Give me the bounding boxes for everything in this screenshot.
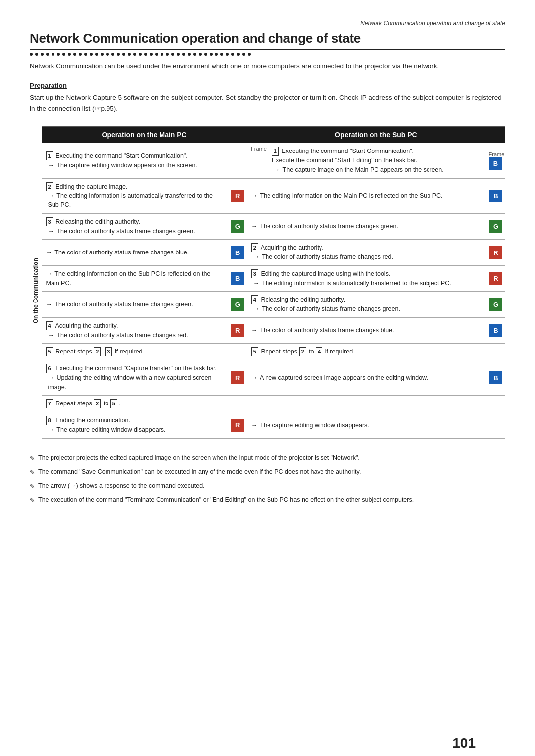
dot [215,53,218,56]
main-step-3: 3 Releasing the editing authority. → The… [42,214,229,240]
badge-r: R [231,371,244,384]
table-row: → The color of authority status frame ch… [30,240,505,266]
dot [95,53,98,56]
table-row: → The editing information on the Sub PC … [30,265,505,292]
main-step-9: 6 Executing the command "Capture transfe… [42,360,229,395]
note-4: ✎ The execution of the command "Terminat… [30,495,505,505]
dot [41,53,44,56]
sub-step-2: → The editing information on the Main PC… [247,188,487,204]
badge-g: G [489,298,502,311]
dot [166,53,169,56]
main-step-5: → The editing information on the Sub PC … [42,266,229,292]
table-row: 5 Repeat steps 2, 3 if required. 5 Repea… [30,344,505,360]
table-row: 4 Acquiring the authority. → The color o… [30,317,505,344]
note-icon-2: ✎ [30,468,35,478]
page-title: Network Communication operation and chan… [30,31,505,50]
dots-decoration [30,53,505,56]
dot [199,53,202,56]
dot [160,53,163,56]
sub-step-9: → A new captured screen image appears on… [247,370,487,386]
badge-r: R [231,190,244,202]
badge-g: G [231,298,244,311]
sub-step-4: 2 Acquiring the authority. → The color o… [247,240,487,265]
dot [101,53,104,56]
main-step-10: 7 Repeat steps 2 to 5. [42,396,247,412]
dot [84,53,87,56]
note-2: ✎ The command "Save Communication" can b… [30,467,505,478]
preparation-heading: Preparation [30,82,505,89]
dot [193,53,196,56]
dot [220,53,223,56]
sub-step-8: 5 Repeat steps 2 to 4 if required. [247,344,505,360]
badge-b: B [489,190,502,202]
dot [52,53,54,56]
badge-b: B [489,324,502,337]
note-3: ✎ The arrow (→) shows a response to the … [30,481,505,492]
main-step-11: 8 Ending the communication. → The captur… [42,412,229,438]
dot [155,53,158,56]
badge-r: R [489,246,502,259]
note-icon-4: ✎ [30,496,35,505]
table-row: 8 Ending the communication. → The captur… [30,412,505,439]
sub-step-11: → The capture editing window disappears. [247,412,505,439]
dot [204,53,207,56]
dot [117,53,120,56]
dot [90,53,93,56]
dot [35,53,38,56]
main-step-1: 1 Executing the command "Start Communica… [42,143,247,178]
dot [182,53,185,56]
dot [237,53,240,56]
dot [62,53,65,56]
dot [128,53,131,56]
dot [79,53,82,56]
table-row: On the Communication 1 Executing the com… [30,143,505,178]
dot [226,53,229,56]
badge-r: R [231,419,244,432]
badge-b: B [231,272,244,285]
dot [171,53,174,56]
table-row: 7 Repeat steps 2 to 5. [30,396,505,412]
sub-step-1: 1 Executing the command "Start Communica… [268,143,486,178]
note-1: ✎ The projector projects the edited capt… [30,454,505,464]
note-icon-1: ✎ [30,454,35,464]
badge-g: G [489,220,502,233]
col-header-sub: Operation on the Sub PC [247,127,505,143]
dot [30,53,33,56]
intro-text: Network Communication can be used under … [30,61,505,72]
sub-step-7: → The color of authority status frame ch… [247,322,487,339]
table-row: 6 Executing the command "Capture transfe… [30,360,505,396]
main-step-6: → The color of authority status frame ch… [42,297,229,313]
preparation-text: Start up the Network Capture 5 software … [30,92,505,115]
dot [57,53,60,56]
table-row: → The color of authority status frame ch… [30,292,505,318]
sub-step-6: 4 Releasing the editing authority. → The… [247,292,487,317]
sub-step-5: 3 Editing the captured image using with … [247,266,487,292]
dot [177,53,180,56]
dot [133,53,136,56]
dot [150,53,153,56]
note-icon-3: ✎ [30,482,35,492]
dot [188,53,191,56]
dot [106,53,109,56]
badge-r: R [489,272,502,285]
page-header: Network Communication operation and chan… [30,20,505,27]
notes-section: ✎ The projector projects the edited capt… [30,454,505,506]
dot [210,53,213,56]
main-step-4: → The color of authority status frame ch… [42,245,229,261]
sub-step-3: → The color of authority status frame ch… [247,218,487,235]
dot [242,53,245,56]
badge-g: G [231,220,244,233]
communication-table: Operation on the Main PC Operation on th… [30,126,505,438]
dot [231,53,234,56]
dot [111,53,114,56]
side-label: On the Communication [30,143,42,438]
sub-step-10 [247,396,505,412]
main-step-7: 4 Acquiring the authority. → The color o… [42,318,229,344]
dot [144,53,147,56]
table-row: 2 Editing the capture image. → The editi… [30,178,505,213]
dot [73,53,76,56]
dot [122,53,125,56]
badge-b: B [231,246,244,259]
main-step-8: 5 Repeat steps 2, 3 if required. [42,344,247,360]
badge-b: B [489,371,502,384]
